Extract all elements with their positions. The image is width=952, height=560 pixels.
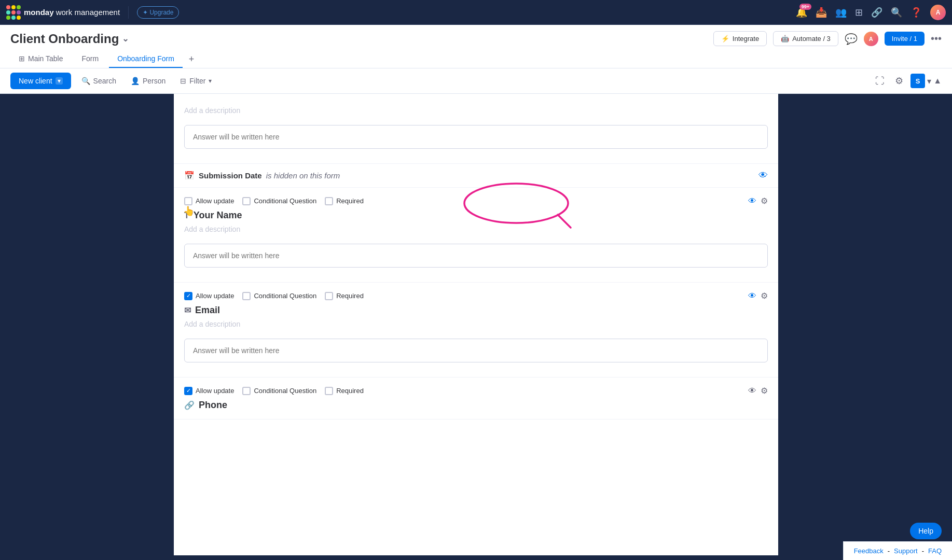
conditional-question-control: Conditional Question [242,197,316,205]
phone-required-checkbox[interactable] [325,387,333,395]
new-client-dropdown-arrow[interactable]: ▾ [56,77,63,85]
notifications-icon[interactable]: 🔔 99+ [796,7,807,18]
your-name-section: 👆 Allow update Conditional Question Requ… [174,188,778,283]
marketplace-icon[interactable]: ⊞ [855,7,863,18]
top-description-field[interactable]: Add a description [184,106,768,115]
feedback-link[interactable]: Feedback [854,547,884,555]
inbox-icon[interactable]: 📥 [816,7,827,18]
title-dropdown-icon[interactable]: ⌄ [122,34,129,44]
phone-section: Allow update Conditional Question Requir… [174,377,778,419]
email-conditional-label: Conditional Question [254,292,316,300]
email-controls: Allow update Conditional Question Requir… [184,291,768,301]
phone-required-label: Required [336,387,364,395]
integrate-button[interactable]: ⚡ Integrate [713,31,767,46]
integrations-icon[interactable]: 🔗 [871,7,882,18]
avatar[interactable]: A [930,5,946,20]
your-name-description[interactable]: Add a description [184,225,768,233]
required-checkbox[interactable] [325,197,333,205]
gear-settings-icon[interactable]: ⚙ [761,196,768,206]
phone-required-control: Required [325,387,364,395]
allow-update-label: Allow update [196,197,234,205]
feedback-bar: Feedback - Support - FAQ [843,541,952,560]
integrate-icon: ⚡ [721,35,729,43]
email-conditional-control: Conditional Question [242,292,316,300]
email-gear-icon[interactable]: ⚙ [761,291,768,301]
phone-allow-update-control: Allow update [184,387,234,395]
your-name-controls: 👆 Allow update Conditional Question Requ… [184,196,768,206]
tab-form[interactable]: Form [73,50,107,68]
app-title: Client Onboarding ⌄ [10,32,129,46]
search-button[interactable]: 🔍 Search [77,74,120,88]
email-conditional-checkbox[interactable] [242,292,251,300]
person-icon: 👤 [131,77,140,85]
search-icon[interactable]: 🔍 [891,7,902,18]
fullscreen-button[interactable]: ⛶ [872,74,888,89]
email-required-checkbox[interactable] [325,292,333,300]
notification-badge: 99+ [799,4,811,10]
phone-allow-update-checkbox[interactable] [184,387,192,395]
submission-date-section: 📅 Submission Date is hidden on this form… [174,164,778,188]
form-area[interactable]: Add a description 📅 Submission Date is h… [174,94,778,555]
toolbar: New client ▾ 🔍 Search 👤 Person ⊟ Filter … [0,68,952,94]
collapse-icon[interactable]: ▲ [933,76,942,86]
filter-icon: ⊟ [180,77,186,85]
email-required-control: Required [325,292,364,300]
help-button[interactable]: Help [910,523,942,539]
top-nav-right: 🔔 99+ 📥 👥 ⊞ 🔗 🔍 ❓ A [796,5,946,20]
faq-link[interactable]: FAQ [928,547,942,555]
phone-controls: Allow update Conditional Question Requir… [184,386,768,396]
board-title: Client Onboarding [10,32,119,46]
phone-conditional-checkbox[interactable] [242,387,251,395]
conditional-question-checkbox[interactable] [242,197,251,205]
eye-settings-icon[interactable]: 👁 [748,197,756,206]
hidden-text: is hidden on this form [266,171,340,180]
email-eye-icon[interactable]: 👁 [748,291,756,301]
phone-eye-icon[interactable]: 👁 [748,386,756,396]
tab-onboarding-form[interactable]: Onboarding Form [109,50,183,68]
text-field-icon: T [184,211,189,220]
top-answer-field[interactable] [184,125,768,149]
automate-button[interactable]: 🤖 Automate / 3 [773,31,838,46]
phone-conditional-label: Conditional Question [254,387,316,395]
email-settings-icons: 👁 ⚙ [748,291,768,301]
chat-icon[interactable]: 💬 [845,33,858,45]
new-client-button[interactable]: New client ▾ [10,73,71,89]
view-icon: S [910,74,925,88]
tab-main-table[interactable]: ⊞ Main Table [10,50,71,68]
search-toolbar-icon: 🔍 [81,77,90,85]
email-answer-field[interactable] [184,339,768,362]
allow-update-checkbox[interactable]: 👆 [184,197,192,205]
invite-team-icon[interactable]: 👥 [835,7,847,18]
view-dropdown-icon[interactable]: ▾ [927,76,931,86]
app-header: Client Onboarding ⌄ ⚡ Integrate 🤖 Automa… [0,25,952,68]
main-content: Add a description 📅 Submission Date is h… [0,94,952,555]
email-description[interactable]: Add a description [184,320,768,328]
app-title-row: Client Onboarding ⌄ ⚡ Integrate 🤖 Automa… [10,31,942,46]
field-settings-icons: 👁 ⚙ [748,196,768,206]
submission-date-row: 📅 Submission Date is hidden on this form… [184,170,768,181]
support-link[interactable]: Support [894,547,918,555]
invite-button[interactable]: Invite / 1 [885,32,925,46]
email-allow-update-label: Allow update [196,292,234,300]
add-tab-button[interactable]: + [185,52,199,67]
toolbar-right: ⛶ ⚙ S ▾ ▲ [872,73,942,89]
email-field-icon: ✉ [184,305,191,315]
more-options-button[interactable]: ••• [931,33,942,45]
phone-gear-icon[interactable]: ⚙ [761,386,768,396]
filter-button[interactable]: ⊟ Filter ▾ [176,74,216,88]
email-title: ✉ Email [184,305,768,316]
eye-icon[interactable]: 👁 [758,170,768,181]
your-name-answer-field[interactable] [184,244,768,268]
phone-conditional-control: Conditional Question [242,387,316,395]
help-icon[interactable]: ❓ [910,7,922,18]
settings-button[interactable]: ⚙ [892,73,906,89]
conditional-label: Conditional Question [254,197,316,205]
upgrade-button[interactable]: ✦ Upgrade [137,6,179,19]
top-nav-bar: monday work management ✦ Upgrade 🔔 99+ 📥… [0,0,952,25]
header-avatar[interactable]: A [864,32,878,46]
logo-grid-icon [6,5,21,20]
required-label: Required [336,197,364,205]
person-filter-button[interactable]: 👤 Person [127,74,170,88]
email-allow-update-checkbox[interactable] [184,292,192,300]
calendar-icon: 📅 [184,171,195,180]
